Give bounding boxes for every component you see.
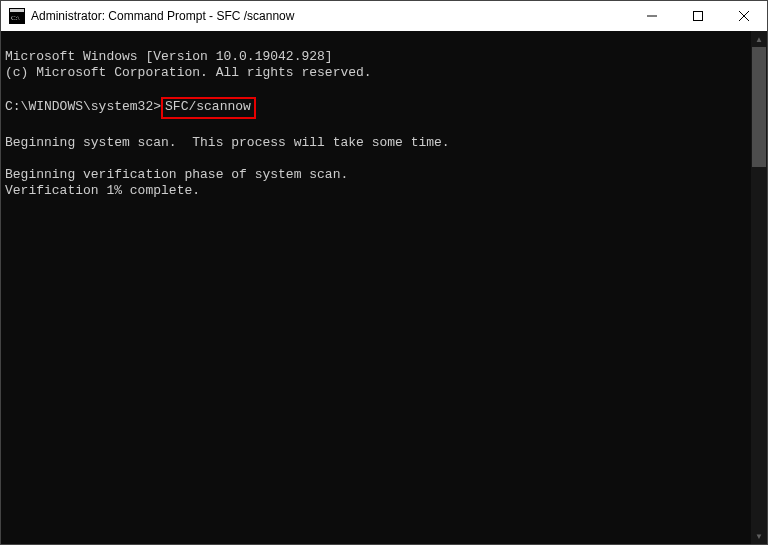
maximize-button[interactable] xyxy=(675,1,721,31)
verify-start-line: Beginning verification phase of system s… xyxy=(5,167,747,183)
prompt-line: C:\WINDOWS\system32>SFC/scannow xyxy=(5,97,747,119)
banner-copyright: (c) Microsoft Corporation. All rights re… xyxy=(5,65,747,81)
svg-rect-4 xyxy=(694,12,703,21)
minimize-button[interactable] xyxy=(629,1,675,31)
terminal-output[interactable]: Microsoft Windows [Version 10.0.19042.92… xyxy=(1,31,751,544)
titlebar[interactable]: C:\ Administrator: Command Prompt - SFC … xyxy=(1,1,767,31)
app-window: C:\ Administrator: Command Prompt - SFC … xyxy=(0,0,768,545)
scroll-up-arrow-icon[interactable]: ▲ xyxy=(751,31,767,47)
scrollbar-thumb[interactable] xyxy=(752,47,766,167)
progress-line: Verification 1% complete. xyxy=(5,183,747,199)
terminal-area: Microsoft Windows [Version 10.0.19042.92… xyxy=(1,31,767,544)
vertical-scrollbar[interactable]: ▲ ▼ xyxy=(751,31,767,544)
scroll-down-arrow-icon[interactable]: ▼ xyxy=(751,528,767,544)
close-icon xyxy=(739,11,749,21)
window-title: Administrator: Command Prompt - SFC /sca… xyxy=(31,9,629,23)
command-highlight: SFC/scannow xyxy=(161,97,256,119)
scan-start-line: Beginning system scan. This process will… xyxy=(5,135,747,151)
minimize-icon xyxy=(647,11,657,21)
svg-text:C:\: C:\ xyxy=(11,14,20,22)
svg-rect-1 xyxy=(10,9,24,12)
prompt-path: C:\WINDOWS\system32> xyxy=(5,99,161,114)
cmd-icon: C:\ xyxy=(9,8,25,24)
maximize-icon xyxy=(693,11,703,21)
command-text: SFC/scannow xyxy=(165,99,251,114)
banner-version: Microsoft Windows [Version 10.0.19042.92… xyxy=(5,49,747,65)
close-button[interactable] xyxy=(721,1,767,31)
window-controls xyxy=(629,1,767,31)
